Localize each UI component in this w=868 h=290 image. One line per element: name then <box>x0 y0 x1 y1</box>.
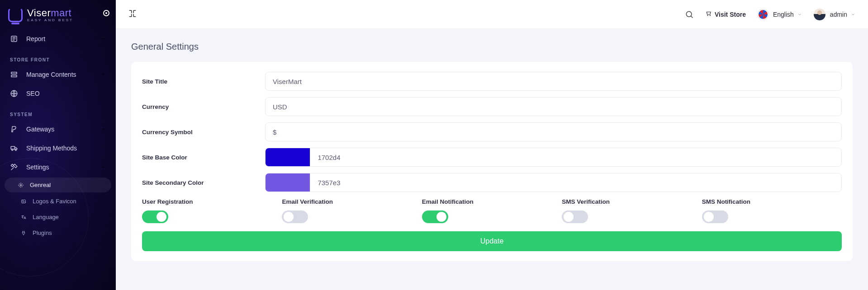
update-button[interactable]: Update <box>142 231 842 251</box>
base-color-swatch[interactable] <box>265 148 310 167</box>
sidebar-item-shipping[interactable]: Shipping Methods <box>0 139 116 158</box>
chevron-up-icon <box>101 164 106 171</box>
base-color-label: Site Base Color <box>142 154 265 161</box>
currency-label: Currency <box>142 103 265 110</box>
brand-word2: mart <box>51 7 71 19</box>
site-title-label: Site Title <box>142 78 265 85</box>
main-content: General Settings Site Title Currency Cur… <box>116 29 868 290</box>
svg-point-7 <box>686 11 692 17</box>
sidebar: Visermart Easy and Best Report STORE FRO… <box>0 0 116 290</box>
uk-flag-icon <box>758 9 768 20</box>
cart-icon <box>706 10 715 18</box>
sidebar-item-label: Shipping Methods <box>26 145 106 152</box>
email-verification-toggle[interactable] <box>282 210 308 223</box>
sidebar-item-label: Manage Contents <box>26 71 101 78</box>
sidebar-sub-general[interactable]: Genreal <box>5 178 111 192</box>
row-currency: Currency <box>142 97 842 116</box>
paypal-icon <box>10 125 18 133</box>
currency-input[interactable] <box>265 97 842 116</box>
language-icon <box>21 215 26 220</box>
user-registration-toggle[interactable] <box>142 210 168 223</box>
currency-symbol-label: Currency Symbol <box>142 129 265 136</box>
toggle-label: Email Notification <box>422 198 562 205</box>
secondary-color-input[interactable] <box>310 173 842 192</box>
toggle-col-email-verification: Email Verification <box>282 198 422 223</box>
chevron-down-icon <box>797 11 802 18</box>
user-menu[interactable]: admin <box>814 9 855 20</box>
sidebar-section-system: SYSTEM <box>0 103 116 120</box>
brand-tagline: Easy and Best <box>27 18 73 22</box>
top-header: Visit Store English admin <box>116 0 868 29</box>
contents-icon <box>10 70 18 79</box>
chevron-down-icon <box>101 126 106 133</box>
svg-point-3 <box>15 149 16 150</box>
search-button[interactable] <box>685 10 694 19</box>
secondary-color-swatch[interactable] <box>265 173 310 192</box>
toggle-label: User Registration <box>142 198 282 205</box>
toggle-col-email-notification: Email Notification <box>422 198 562 223</box>
truck-icon <box>10 144 18 152</box>
sidebar-item-label: Gateways <box>26 126 101 133</box>
chevron-down-icon <box>851 11 855 18</box>
user-label: admin <box>830 11 847 18</box>
sidebar-item-manage-contents[interactable]: Manage Contents <box>0 65 116 84</box>
image-icon <box>21 199 26 204</box>
brand-logo-icon <box>8 8 23 22</box>
toggle-col-sms-verification: SMS Verification <box>562 198 702 223</box>
gear-icon <box>18 182 24 188</box>
email-notification-toggle[interactable] <box>422 210 448 223</box>
row-base-color: Site Base Color <box>142 148 842 167</box>
sms-verification-toggle[interactable] <box>562 210 588 223</box>
sidebar-sub-language[interactable]: Language <box>0 209 116 225</box>
sidebar-item-label: Report <box>26 35 101 42</box>
toggle-label: SMS Notification <box>702 198 842 205</box>
language-switcher[interactable]: English <box>758 9 802 20</box>
sidebar-section-storefront: STORE FRONT <box>0 48 116 65</box>
collapse-sidebar-button[interactable] <box>128 9 137 19</box>
visit-store-label: Visit Store <box>715 11 746 18</box>
row-secondary-color: Site Secondary Color <box>142 173 842 192</box>
svg-point-2 <box>12 149 13 150</box>
sidebar-item-label: SEO <box>26 90 106 97</box>
visit-store-link[interactable]: Visit Store <box>706 10 746 18</box>
sidebar-item-seo[interactable]: SEO <box>0 84 116 103</box>
brand-toggle-icon[interactable] <box>103 10 109 16</box>
secondary-color-label: Site Secondary Color <box>142 179 265 186</box>
svg-rect-5 <box>22 200 26 203</box>
toggle-label: SMS Verification <box>562 198 702 205</box>
avatar-icon <box>814 9 825 20</box>
plug-icon <box>21 230 26 236</box>
globe-icon <box>10 89 18 98</box>
sms-notification-toggle[interactable] <box>702 210 728 223</box>
brand[interactable]: Visermart Easy and Best <box>0 0 116 27</box>
svg-point-4 <box>20 184 22 186</box>
sidebar-item-gateways[interactable]: Gateways <box>0 120 116 139</box>
row-currency-symbol: Currency Symbol <box>142 122 842 141</box>
toggle-label: Email Verification <box>282 198 422 205</box>
sidebar-item-label: Genreal <box>30 182 51 188</box>
sidebar-item-label: Plugins <box>33 229 52 236</box>
sidebar-sub-logos[interactable]: Logos & Favicon <box>0 193 116 209</box>
sidebar-item-label: Language <box>33 214 59 220</box>
sidebar-item-label: Settings <box>26 164 101 171</box>
toggle-row: User Registration Email Verification Ema… <box>142 198 842 223</box>
toggle-col-sms-notification: SMS Notification <box>702 198 842 223</box>
sidebar-item-settings[interactable]: Settings <box>0 158 116 177</box>
svg-point-6 <box>23 201 24 201</box>
sidebar-item-label: Logos & Favicon <box>33 198 76 205</box>
page-title: General Settings <box>131 42 853 52</box>
brand-word1: Viser <box>27 7 51 19</box>
brand-text: Visermart Easy and Best <box>27 7 73 22</box>
chevron-down-icon <box>101 71 106 78</box>
currency-symbol-input[interactable] <box>265 122 842 141</box>
sidebar-nav: Report STORE FRONT Manage Contents SEO S… <box>0 27 116 243</box>
report-icon <box>10 35 18 43</box>
site-title-input[interactable] <box>265 72 842 91</box>
row-site-title: Site Title <box>142 72 842 91</box>
sidebar-item-report[interactable]: Report <box>0 29 116 48</box>
language-label: English <box>773 11 794 18</box>
toggle-col-user-registration: User Registration <box>142 198 282 223</box>
settings-card: Site Title Currency Currency Symbol Site… <box>131 62 853 261</box>
sidebar-sub-plugins[interactable]: Plugins <box>0 225 116 241</box>
base-color-input[interactable] <box>310 148 842 167</box>
